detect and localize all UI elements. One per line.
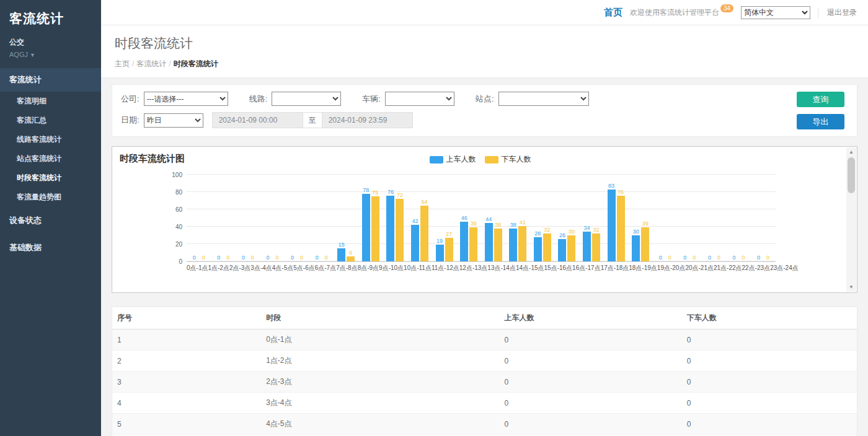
table-row: 21点-2点00 bbox=[112, 351, 857, 372]
x-axis-label: 19点-20点 bbox=[657, 264, 686, 272]
chart-panel: 时段车流统计图 上车人数下车人数 00000000000015678757672… bbox=[112, 146, 857, 293]
bar bbox=[362, 194, 370, 261]
bar-value-label: 0 bbox=[717, 255, 720, 261]
bar-wrap: 0 bbox=[755, 255, 763, 261]
x-axis-label: 21点-22点 bbox=[714, 264, 742, 272]
bar-wrap: 32 bbox=[592, 227, 600, 261]
home-link[interactable]: 首页 bbox=[604, 7, 622, 19]
bar-value-label: 0 bbox=[226, 255, 229, 261]
logout-link[interactable]: 退出登录 bbox=[818, 7, 857, 18]
language-select[interactable]: 简体中文 bbox=[741, 6, 810, 19]
bar bbox=[543, 233, 551, 261]
bar-group: 7875 bbox=[358, 175, 383, 261]
x-axis-label: 4点-5点 bbox=[272, 264, 293, 272]
sidebar-item-时段客流统计[interactable]: 时段客流统计 bbox=[0, 168, 101, 188]
table-header-row: 序号时段上车人数下车人数 bbox=[112, 307, 857, 329]
breadcrumb-item[interactable]: 客流统计 bbox=[136, 59, 166, 68]
table-cell: 4 bbox=[112, 393, 261, 414]
table-cell: 5 bbox=[112, 414, 261, 435]
profile-user-menu[interactable]: AQGJ ▼ bbox=[9, 51, 92, 58]
x-axis-label: 7点-8点 bbox=[336, 264, 357, 272]
station-label: 站点: bbox=[476, 94, 494, 105]
bar-value-label: 0 bbox=[693, 255, 696, 261]
bar-value-label: 83 bbox=[608, 183, 614, 189]
x-axis-label-text: 2点-3点 bbox=[229, 264, 250, 272]
chart-legend: 上车人数下车人数 bbox=[120, 153, 841, 165]
notification-badge[interactable]: 34 bbox=[720, 4, 733, 12]
sidebar-item-passenger-stats[interactable]: 客流统计 bbox=[0, 68, 101, 92]
breadcrumb-separator: / bbox=[166, 59, 173, 68]
bar-value-label: 39 bbox=[642, 220, 649, 227]
date-preset-select[interactable]: 昨日 bbox=[144, 113, 203, 128]
sidebar-profile: 公交 AQGJ ▼ bbox=[0, 30, 101, 68]
legend-item[interactable]: 下车人数 bbox=[485, 154, 531, 165]
sidebar-item-base-data[interactable]: 基础数据 bbox=[0, 234, 101, 261]
table-cell: 3 bbox=[112, 372, 261, 393]
chart-groups: 0000000000001567875767242641927463944383… bbox=[187, 175, 776, 261]
bar-wrap: 44 bbox=[485, 216, 493, 261]
legend-item[interactable]: 上车人数 bbox=[430, 154, 476, 165]
sidebar-item-站点客流统计[interactable]: 站点客流统计 bbox=[0, 149, 101, 168]
chart-scrollbar[interactable]: ▲ ▼ bbox=[846, 147, 856, 292]
chart-area: 0000000000001567875767242641927463944383… bbox=[187, 175, 776, 272]
filter-panel: 公司: ---请选择--- 线路: 车辆: 站点: 日期: 昨日 至 bbox=[112, 84, 857, 137]
bar-wrap: 0 bbox=[730, 255, 738, 261]
vehicle-select[interactable] bbox=[385, 92, 454, 106]
bar bbox=[534, 237, 542, 261]
bar-wrap: 0 bbox=[322, 255, 330, 261]
bar-value-label: 39 bbox=[471, 220, 477, 227]
bar-wrap: 0 bbox=[190, 255, 198, 261]
scroll-up-icon[interactable]: ▲ bbox=[846, 147, 856, 157]
bar bbox=[518, 226, 526, 261]
sidebar-item-客流量趋势图[interactable]: 客流量趋势图 bbox=[0, 188, 101, 207]
bar-group: 00 bbox=[309, 175, 334, 261]
x-axis-label-text: 9点-10点 bbox=[379, 264, 404, 272]
bar-wrap: 46 bbox=[460, 215, 468, 261]
filter-buttons: 查询 导出 bbox=[797, 92, 848, 129]
table-cell: 3点-4点 bbox=[261, 393, 499, 414]
company-select[interactable]: ---请选择--- bbox=[144, 92, 228, 106]
bar-group: 1927 bbox=[432, 175, 457, 261]
breadcrumb-item[interactable]: 主页 bbox=[115, 59, 130, 68]
x-axis-label-text: 22点-23点 bbox=[742, 264, 771, 272]
scrollbar-thumb[interactable] bbox=[848, 157, 855, 193]
sidebar-item-客流汇总[interactable]: 客流汇总 bbox=[0, 111, 101, 130]
bar-wrap: 38 bbox=[509, 222, 517, 261]
y-axis-tick: 0 bbox=[179, 258, 182, 265]
x-axis-label: 9点-10点 bbox=[379, 264, 404, 272]
bar-wrap: 19 bbox=[436, 238, 444, 261]
date-start-input[interactable] bbox=[212, 112, 303, 128]
bar-value-label: 64 bbox=[421, 199, 427, 205]
sidebar-item-device-status[interactable]: 设备状态 bbox=[0, 207, 101, 234]
bar-group: 00 bbox=[653, 175, 678, 261]
bar-value-label: 46 bbox=[461, 215, 467, 221]
station-select[interactable] bbox=[498, 92, 589, 106]
bar-value-label: 0 bbox=[242, 255, 245, 261]
welcome-text: 欢迎使用客流统计管理平台34 bbox=[630, 7, 733, 18]
chart-head: 时段车流统计图 上车人数下车人数 bbox=[120, 153, 841, 167]
bar-wrap: 0 bbox=[657, 255, 665, 261]
sidebar-nav: 客流统计 客流明细客流汇总线路客流统计站点客流统计时段客流统计客流量趋势图 设备… bbox=[0, 68, 101, 261]
date-end-input[interactable] bbox=[322, 112, 413, 128]
bar-value-label: 0 bbox=[683, 255, 686, 261]
bar bbox=[420, 206, 428, 261]
sidebar-item-线路客流统计[interactable]: 线路客流统计 bbox=[0, 130, 101, 149]
scroll-down-icon[interactable]: ▼ bbox=[846, 282, 856, 292]
bar-wrap: 30 bbox=[632, 229, 640, 261]
bar bbox=[641, 227, 649, 261]
table-cell: 0 bbox=[682, 329, 857, 351]
line-select[interactable] bbox=[272, 92, 341, 106]
bar-value-label: 34 bbox=[584, 225, 590, 231]
export-button[interactable]: 导出 bbox=[797, 114, 844, 129]
table-row: 10点-1点00 bbox=[112, 329, 857, 351]
x-axis-label-text: 15点-16点 bbox=[544, 264, 573, 272]
bar bbox=[347, 256, 355, 261]
bar bbox=[583, 232, 591, 261]
x-axis-label-text: 20点-21点 bbox=[685, 264, 714, 272]
bar bbox=[617, 196, 625, 261]
bar-value-label: 32 bbox=[544, 227, 550, 233]
bar-group: 00 bbox=[285, 175, 309, 261]
sidebar-item-客流明细[interactable]: 客流明细 bbox=[0, 92, 101, 111]
query-button[interactable]: 查询 bbox=[797, 92, 844, 107]
y-axis-tick: 80 bbox=[175, 189, 182, 196]
